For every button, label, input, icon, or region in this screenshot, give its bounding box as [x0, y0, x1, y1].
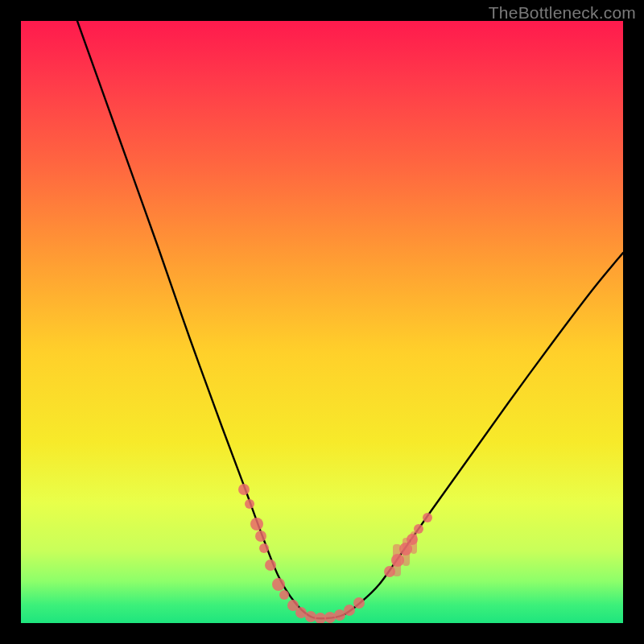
highlight-dot	[353, 597, 365, 609]
highlight-dot	[295, 607, 307, 618]
bottleneck-curve	[77, 21, 623, 618]
highlight-dot	[334, 609, 345, 621]
highlight-dot	[324, 612, 336, 623]
watermark-text: TheBottleneck.com	[489, 3, 636, 23]
bottleneck-curve-svg	[21, 21, 623, 623]
highlight-dots	[238, 484, 432, 623]
chart-frame	[21, 21, 623, 623]
highlight-dot	[391, 554, 404, 567]
highlight-dot	[250, 518, 263, 530]
highlight-dot	[238, 484, 250, 495]
highlight-dot	[407, 534, 418, 545]
highlight-dot	[414, 524, 423, 534]
highlight-dot	[245, 499, 254, 509]
highlight-dot	[272, 578, 285, 591]
highlight-dot	[305, 611, 316, 622]
highlight-dot	[423, 513, 432, 522]
highlight-dot	[344, 605, 355, 616]
highlight-dot	[384, 566, 395, 577]
highlight-dot	[279, 590, 289, 600]
highlight-dot	[259, 543, 269, 553]
highlight-dot	[265, 559, 276, 571]
highlight-dot	[315, 613, 326, 623]
highlight-dot	[255, 530, 266, 542]
